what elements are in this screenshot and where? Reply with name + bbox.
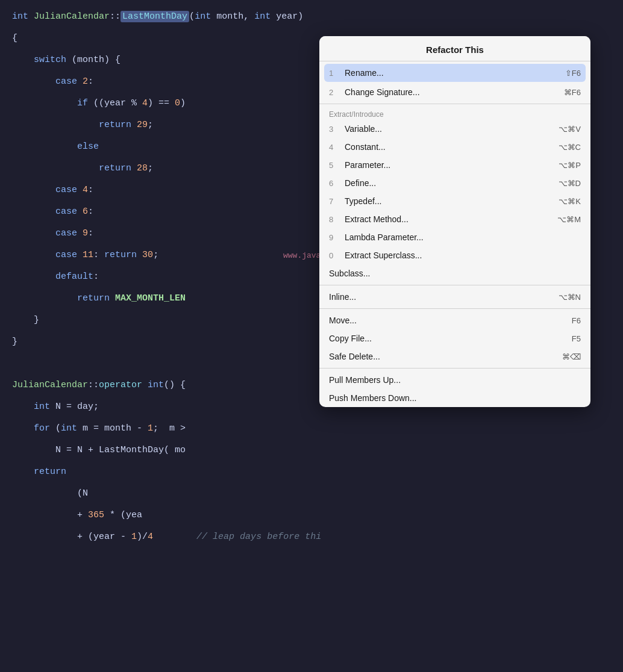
code-line-1: int JulianCalendar::LastMonthDay(int mon… <box>12 6 611 28</box>
refactor-item-variable[interactable]: 3 Variable... ⌥⌘V <box>319 120 590 138</box>
refactor-item-shortcut-rename: ⇧F6 <box>565 69 581 78</box>
refactor-item-parameter[interactable]: 5 Parameter... ⌥⌘P <box>319 156 590 174</box>
refactor-item-label-change-signature: Change Signature... <box>345 87 557 97</box>
refactor-item-lambda-parameter[interactable]: 9 Lambda Parameter... <box>319 228 590 246</box>
refactor-item-shortcut-change-signature: ⌘F6 <box>564 88 581 97</box>
refactor-item-subclass[interactable]: Subclass... <box>319 264 590 282</box>
refactor-popup: Refactor This 1 Rename... ⇧F6 2 Change S… <box>319 36 590 407</box>
refactor-item-pull-members-up[interactable]: Pull Members Up... <box>319 371 590 389</box>
refactor-item-constant[interactable]: 4 Constant... ⌥⌘C <box>319 138 590 156</box>
code-line-22: return <box>12 461 611 483</box>
refactor-item-typedef[interactable]: 7 Typedef... ⌥⌘K <box>319 192 590 210</box>
refactor-item-num-2: 2 <box>329 88 340 97</box>
code-line-25: + (year - 1)/4 // leap days before thi <box>12 526 611 548</box>
code-line-20: for (int m = month - 1; m > <box>12 418 611 440</box>
refactor-section-divider-4 <box>319 368 590 369</box>
refactor-item-copy-file[interactable]: Copy File... F5 <box>319 329 590 347</box>
refactor-item-label-rename: Rename... <box>345 68 558 78</box>
code-line-23: (N <box>12 483 611 505</box>
refactor-item-move[interactable]: Move... F6 <box>319 311 590 329</box>
refactor-item-define[interactable]: 6 Define... ⌥⌘D <box>319 174 590 192</box>
code-line-24: + 365 * (yea <box>12 505 611 526</box>
refactor-item-num-1: 1 <box>329 69 340 78</box>
refactor-item-extract-superclass[interactable]: 0 Extract Superclass... <box>319 246 590 264</box>
refactor-item-inline[interactable]: Inline... ⌥⌘N <box>319 288 590 306</box>
refactor-item-rename[interactable]: 1 Rename... ⇧F6 <box>324 64 586 82</box>
refactor-item-extract-method[interactable]: 8 Extract Method... ⌥⌘M <box>319 210 590 228</box>
refactor-title: Refactor This <box>319 36 590 61</box>
refactor-section-extract: Extract/Introduce <box>319 107 590 120</box>
refactor-item-change-signature[interactable]: 2 Change Signature... ⌘F6 <box>319 83 590 101</box>
refactor-item-safe-delete[interactable]: Safe Delete... ⌘⌫ <box>319 347 590 366</box>
refactor-section-divider-1 <box>319 104 590 104</box>
refactor-item-push-members-down[interactable]: Push Members Down... <box>319 389 590 407</box>
code-line-21: N = N + LastMonthDay( mo <box>12 440 611 461</box>
refactor-section-divider-2 <box>319 285 590 285</box>
refactor-section-divider-3 <box>319 308 590 309</box>
refactor-divider-top <box>319 61 590 61</box>
